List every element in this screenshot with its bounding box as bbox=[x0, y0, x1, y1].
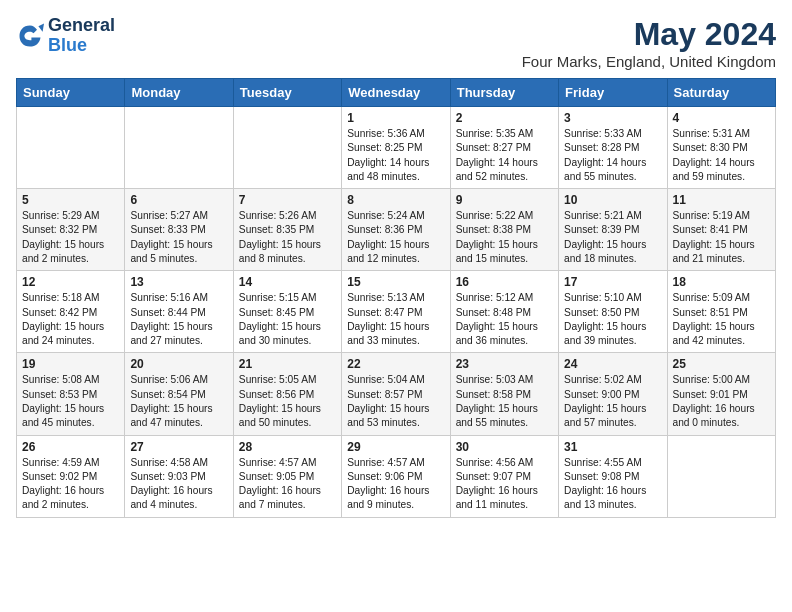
calendar-cell-w5-d2: 27Sunrise: 4:58 AMSunset: 9:03 PMDayligh… bbox=[125, 435, 233, 517]
day-number: 5 bbox=[22, 193, 119, 207]
day-number: 18 bbox=[673, 275, 770, 289]
calendar-cell-w1-d4: 1Sunrise: 5:36 AMSunset: 8:25 PMDaylight… bbox=[342, 107, 450, 189]
day-number: 30 bbox=[456, 440, 553, 454]
logo-icon bbox=[16, 22, 44, 50]
calendar-cell-w2-d5: 9Sunrise: 5:22 AMSunset: 8:38 PMDaylight… bbox=[450, 189, 558, 271]
calendar-cell-w4-d1: 19Sunrise: 5:08 AMSunset: 8:53 PMDayligh… bbox=[17, 353, 125, 435]
day-number: 23 bbox=[456, 357, 553, 371]
day-info: Sunrise: 5:12 AMSunset: 8:48 PMDaylight:… bbox=[456, 291, 553, 348]
day-info: Sunrise: 5:18 AMSunset: 8:42 PMDaylight:… bbox=[22, 291, 119, 348]
calendar-week-2: 5Sunrise: 5:29 AMSunset: 8:32 PMDaylight… bbox=[17, 189, 776, 271]
logo-general-text: General bbox=[48, 15, 115, 35]
day-number: 7 bbox=[239, 193, 336, 207]
calendar-cell-w5-d6: 31Sunrise: 4:55 AMSunset: 9:08 PMDayligh… bbox=[559, 435, 667, 517]
day-info: Sunrise: 4:55 AMSunset: 9:08 PMDaylight:… bbox=[564, 456, 661, 513]
calendar-cell-w3-d4: 15Sunrise: 5:13 AMSunset: 8:47 PMDayligh… bbox=[342, 271, 450, 353]
logo-text: General Blue bbox=[48, 16, 115, 56]
day-info: Sunrise: 5:09 AMSunset: 8:51 PMDaylight:… bbox=[673, 291, 770, 348]
header-friday: Friday bbox=[559, 79, 667, 107]
calendar-cell-w2-d4: 8Sunrise: 5:24 AMSunset: 8:36 PMDaylight… bbox=[342, 189, 450, 271]
calendar-cell-w2-d3: 7Sunrise: 5:26 AMSunset: 8:35 PMDaylight… bbox=[233, 189, 341, 271]
calendar-cell-w5-d7 bbox=[667, 435, 775, 517]
day-info: Sunrise: 4:57 AMSunset: 9:06 PMDaylight:… bbox=[347, 456, 444, 513]
calendar-cell-w4-d3: 21Sunrise: 5:05 AMSunset: 8:56 PMDayligh… bbox=[233, 353, 341, 435]
location-subtitle: Four Marks, England, United Kingdom bbox=[522, 53, 776, 70]
calendar-cell-w1-d5: 2Sunrise: 5:35 AMSunset: 8:27 PMDaylight… bbox=[450, 107, 558, 189]
calendar-cell-w1-d6: 3Sunrise: 5:33 AMSunset: 8:28 PMDaylight… bbox=[559, 107, 667, 189]
day-info: Sunrise: 5:36 AMSunset: 8:25 PMDaylight:… bbox=[347, 127, 444, 184]
day-number: 12 bbox=[22, 275, 119, 289]
page-container: General Blue May 2024 Four Marks, Englan… bbox=[16, 16, 776, 518]
calendar-week-4: 19Sunrise: 5:08 AMSunset: 8:53 PMDayligh… bbox=[17, 353, 776, 435]
day-info: Sunrise: 5:05 AMSunset: 8:56 PMDaylight:… bbox=[239, 373, 336, 430]
calendar-week-5: 26Sunrise: 4:59 AMSunset: 9:02 PMDayligh… bbox=[17, 435, 776, 517]
logo: General Blue bbox=[16, 16, 115, 56]
day-info: Sunrise: 5:03 AMSunset: 8:58 PMDaylight:… bbox=[456, 373, 553, 430]
day-info: Sunrise: 4:57 AMSunset: 9:05 PMDaylight:… bbox=[239, 456, 336, 513]
day-info: Sunrise: 5:04 AMSunset: 8:57 PMDaylight:… bbox=[347, 373, 444, 430]
day-info: Sunrise: 5:06 AMSunset: 8:54 PMDaylight:… bbox=[130, 373, 227, 430]
calendar-cell-w3-d5: 16Sunrise: 5:12 AMSunset: 8:48 PMDayligh… bbox=[450, 271, 558, 353]
calendar-cell-w5-d3: 28Sunrise: 4:57 AMSunset: 9:05 PMDayligh… bbox=[233, 435, 341, 517]
day-info: Sunrise: 5:16 AMSunset: 8:44 PMDaylight:… bbox=[130, 291, 227, 348]
day-number: 17 bbox=[564, 275, 661, 289]
header-sunday: Sunday bbox=[17, 79, 125, 107]
day-number: 4 bbox=[673, 111, 770, 125]
calendar-week-1: 1Sunrise: 5:36 AMSunset: 8:25 PMDaylight… bbox=[17, 107, 776, 189]
calendar-cell-w2-d6: 10Sunrise: 5:21 AMSunset: 8:39 PMDayligh… bbox=[559, 189, 667, 271]
day-info: Sunrise: 5:10 AMSunset: 8:50 PMDaylight:… bbox=[564, 291, 661, 348]
day-number: 28 bbox=[239, 440, 336, 454]
calendar-cell-w2-d7: 11Sunrise: 5:19 AMSunset: 8:41 PMDayligh… bbox=[667, 189, 775, 271]
calendar-cell-w1-d2 bbox=[125, 107, 233, 189]
day-info: Sunrise: 5:02 AMSunset: 9:00 PMDaylight:… bbox=[564, 373, 661, 430]
calendar-cell-w5-d4: 29Sunrise: 4:57 AMSunset: 9:06 PMDayligh… bbox=[342, 435, 450, 517]
day-number: 25 bbox=[673, 357, 770, 371]
calendar-cell-w3-d1: 12Sunrise: 5:18 AMSunset: 8:42 PMDayligh… bbox=[17, 271, 125, 353]
day-number: 27 bbox=[130, 440, 227, 454]
calendar-cell-w1-d3 bbox=[233, 107, 341, 189]
calendar-cell-w4-d7: 25Sunrise: 5:00 AMSunset: 9:01 PMDayligh… bbox=[667, 353, 775, 435]
day-number: 22 bbox=[347, 357, 444, 371]
header-tuesday: Tuesday bbox=[233, 79, 341, 107]
day-number: 3 bbox=[564, 111, 661, 125]
day-info: Sunrise: 5:29 AMSunset: 8:32 PMDaylight:… bbox=[22, 209, 119, 266]
calendar-cell-w1-d1 bbox=[17, 107, 125, 189]
month-year-title: May 2024 bbox=[522, 16, 776, 53]
day-number: 13 bbox=[130, 275, 227, 289]
day-number: 1 bbox=[347, 111, 444, 125]
calendar-cell-w4-d4: 22Sunrise: 5:04 AMSunset: 8:57 PMDayligh… bbox=[342, 353, 450, 435]
day-number: 19 bbox=[22, 357, 119, 371]
calendar-week-3: 12Sunrise: 5:18 AMSunset: 8:42 PMDayligh… bbox=[17, 271, 776, 353]
calendar-cell-w5-d1: 26Sunrise: 4:59 AMSunset: 9:02 PMDayligh… bbox=[17, 435, 125, 517]
weekday-header-row: Sunday Monday Tuesday Wednesday Thursday… bbox=[17, 79, 776, 107]
calendar-cell-w2-d2: 6Sunrise: 5:27 AMSunset: 8:33 PMDaylight… bbox=[125, 189, 233, 271]
day-info: Sunrise: 4:56 AMSunset: 9:07 PMDaylight:… bbox=[456, 456, 553, 513]
day-number: 10 bbox=[564, 193, 661, 207]
day-number: 29 bbox=[347, 440, 444, 454]
day-info: Sunrise: 4:58 AMSunset: 9:03 PMDaylight:… bbox=[130, 456, 227, 513]
logo-blue-text: Blue bbox=[48, 35, 87, 55]
calendar-cell-w4-d2: 20Sunrise: 5:06 AMSunset: 8:54 PMDayligh… bbox=[125, 353, 233, 435]
day-number: 15 bbox=[347, 275, 444, 289]
day-info: Sunrise: 5:21 AMSunset: 8:39 PMDaylight:… bbox=[564, 209, 661, 266]
day-number: 31 bbox=[564, 440, 661, 454]
day-info: Sunrise: 5:08 AMSunset: 8:53 PMDaylight:… bbox=[22, 373, 119, 430]
calendar-cell-w3-d7: 18Sunrise: 5:09 AMSunset: 8:51 PMDayligh… bbox=[667, 271, 775, 353]
day-info: Sunrise: 5:26 AMSunset: 8:35 PMDaylight:… bbox=[239, 209, 336, 266]
day-info: Sunrise: 5:27 AMSunset: 8:33 PMDaylight:… bbox=[130, 209, 227, 266]
calendar-cell-w3-d2: 13Sunrise: 5:16 AMSunset: 8:44 PMDayligh… bbox=[125, 271, 233, 353]
day-info: Sunrise: 5:22 AMSunset: 8:38 PMDaylight:… bbox=[456, 209, 553, 266]
header-saturday: Saturday bbox=[667, 79, 775, 107]
day-info: Sunrise: 5:31 AMSunset: 8:30 PMDaylight:… bbox=[673, 127, 770, 184]
day-number: 21 bbox=[239, 357, 336, 371]
day-number: 11 bbox=[673, 193, 770, 207]
day-number: 16 bbox=[456, 275, 553, 289]
header: General Blue May 2024 Four Marks, Englan… bbox=[16, 16, 776, 70]
calendar-cell-w3-d6: 17Sunrise: 5:10 AMSunset: 8:50 PMDayligh… bbox=[559, 271, 667, 353]
day-number: 2 bbox=[456, 111, 553, 125]
header-thursday: Thursday bbox=[450, 79, 558, 107]
day-number: 14 bbox=[239, 275, 336, 289]
day-number: 26 bbox=[22, 440, 119, 454]
day-info: Sunrise: 4:59 AMSunset: 9:02 PMDaylight:… bbox=[22, 456, 119, 513]
header-monday: Monday bbox=[125, 79, 233, 107]
